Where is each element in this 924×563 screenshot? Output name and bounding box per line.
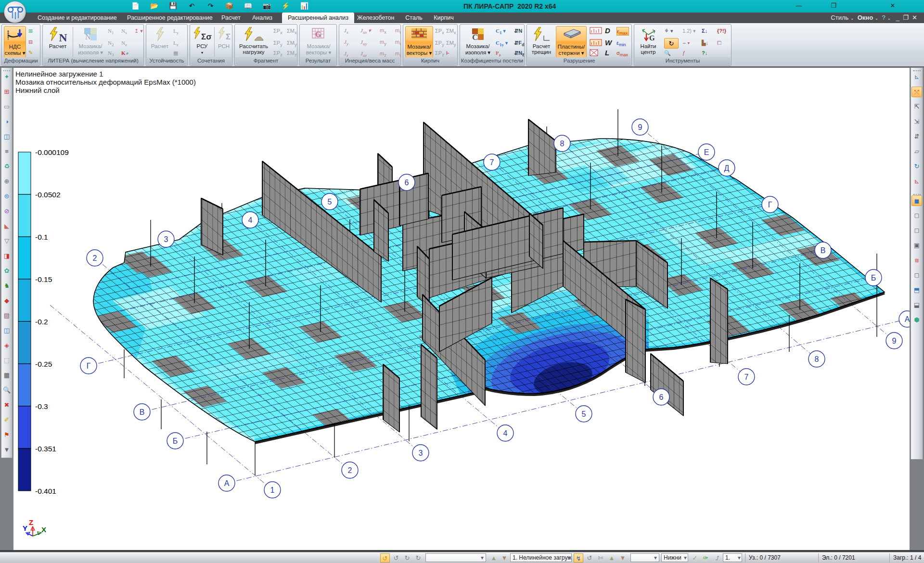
svg-text:7: 7 — [490, 158, 494, 166]
svg-text:-0.2: -0.2 — [35, 318, 48, 326]
svg-text:Б: Б — [173, 437, 178, 445]
svg-text:В: В — [140, 408, 145, 416]
svg-text:G: G — [315, 30, 321, 38]
svg-text:-0.000109: -0.000109 — [35, 148, 69, 156]
svg-text:X: X — [41, 525, 46, 534]
svg-text:6: 6 — [659, 393, 664, 401]
svg-text:1: 1 — [270, 486, 275, 494]
svg-text:5: 5 — [328, 198, 332, 206]
svg-text:Г: Г — [87, 362, 91, 370]
svg-text:В: В — [821, 246, 826, 255]
svg-text:Z: Z — [29, 518, 33, 526]
svg-text:4: 4 — [503, 429, 508, 437]
svg-text:А: А — [905, 315, 910, 323]
svg-text:Б: Б — [871, 274, 876, 282]
svg-text:-0.15: -0.15 — [35, 275, 52, 283]
svg-text:-0.3: -0.3 — [35, 402, 48, 410]
svg-text:Г: Г — [768, 201, 772, 209]
svg-text:-0.25: -0.25 — [35, 360, 52, 368]
svg-text:-0.401: -0.401 — [35, 487, 56, 495]
svg-text:6: 6 — [405, 179, 409, 187]
svg-text:Е: Е — [704, 148, 709, 156]
svg-text:3: 3 — [419, 449, 423, 457]
svg-text:5: 5 — [582, 410, 586, 418]
svg-text:-0.1: -0.1 — [35, 233, 48, 241]
svg-text:8: 8 — [560, 140, 565, 148]
svg-text:Нижний слой: Нижний слой — [15, 86, 60, 94]
svg-text:9: 9 — [638, 123, 642, 131]
svg-text:9: 9 — [892, 337, 897, 345]
svg-text:А: А — [224, 479, 230, 487]
svg-text:Мозаика относительных деформац: Мозаика относительных деформаций EpsMax … — [15, 78, 196, 86]
svg-text:4: 4 — [248, 216, 253, 224]
svg-text:3: 3 — [164, 235, 168, 243]
svg-text:Д: Д — [724, 164, 730, 172]
svg-text:2: 2 — [348, 466, 352, 474]
svg-text:Нелинейное загружение 1: Нелинейное загружение 1 — [15, 70, 103, 78]
svg-text:C: C — [472, 33, 478, 41]
svg-text:Y: Y — [23, 524, 27, 532]
svg-text:G: G — [649, 34, 655, 41]
svg-text:N: N — [85, 33, 91, 41]
svg-text:-0.351: -0.351 — [35, 445, 56, 453]
svg-text:-0.0502: -0.0502 — [35, 191, 61, 199]
svg-text:2: 2 — [93, 254, 97, 262]
svg-text:8: 8 — [815, 355, 819, 363]
svg-text:7: 7 — [744, 373, 749, 381]
